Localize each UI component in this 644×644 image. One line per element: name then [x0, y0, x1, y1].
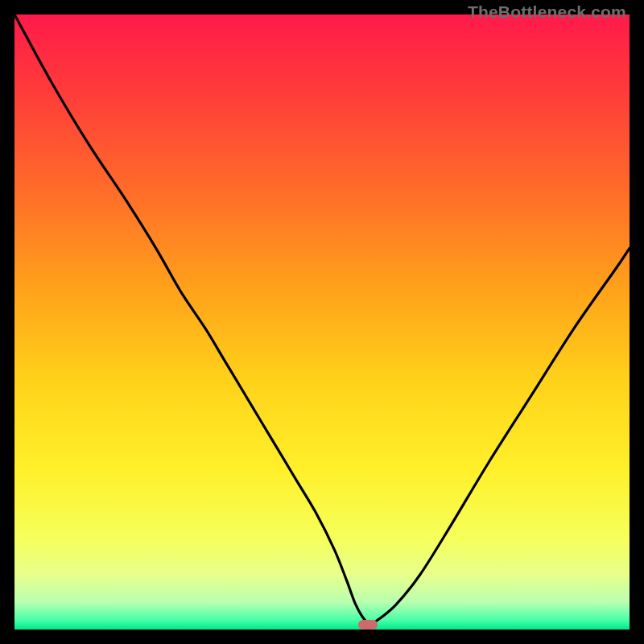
svg-rect-0 [14, 14, 630, 630]
chart-frame: TheBottleneck.com [0, 0, 644, 644]
background-gradient [14, 14, 630, 630]
optimal-marker [358, 620, 378, 630]
watermark-text: TheBottleneck.com [468, 2, 626, 22]
plot-area [14, 14, 630, 630]
